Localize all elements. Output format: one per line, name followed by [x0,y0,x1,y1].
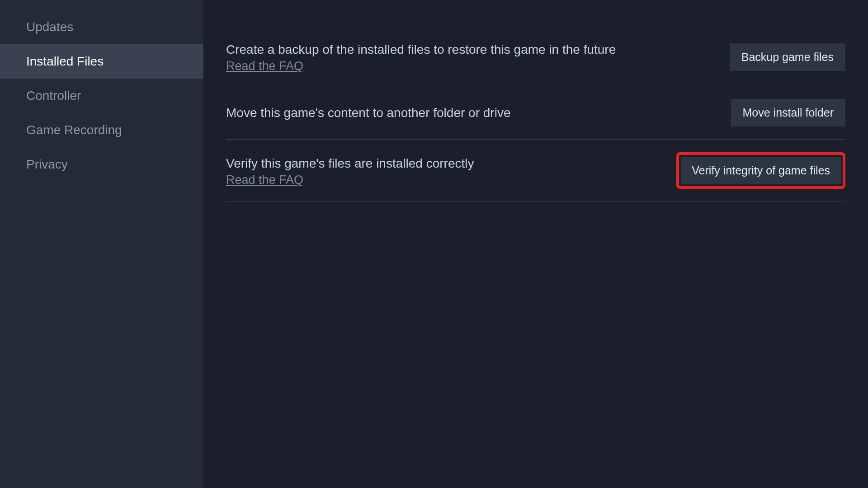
setting-row-move: Move this game's content to another fold… [226,86,845,140]
backup-game-files-button[interactable]: Backup game files [730,43,845,71]
sidebar-item-installed-files[interactable]: Installed Files [0,44,203,79]
setting-row-backup: Create a backup of the installed files t… [226,36,845,86]
verify-description: Verify this game's files are installed c… [226,155,658,172]
sidebar-item-controller[interactable]: Controller [0,79,203,113]
setting-row-verify: Verify this game's files are installed c… [226,140,845,202]
verify-integrity-button[interactable]: Verify integrity of game files [681,157,841,184]
backup-description: Create a backup of the installed files t… [226,41,712,58]
highlight-annotation: Verify integrity of game files [676,152,845,189]
settings-sidebar: Updates Installed Files Controller Game … [0,0,203,488]
move-install-folder-button[interactable]: Move install folder [731,99,845,127]
setting-text-block: Create a backup of the installed files t… [226,41,730,73]
sidebar-item-privacy[interactable]: Privacy [0,147,203,182]
setting-text-block: Move this game's content to another fold… [226,104,731,122]
backup-faq-link[interactable]: Read the FAQ [226,59,303,73]
move-description: Move this game's content to another fold… [226,104,713,122]
main-content: Create a backup of the installed files t… [203,0,868,488]
setting-text-block: Verify this game's files are installed c… [226,155,676,187]
verify-faq-link[interactable]: Read the FAQ [226,173,303,187]
sidebar-item-updates[interactable]: Updates [0,10,203,44]
sidebar-item-game-recording[interactable]: Game Recording [0,113,203,147]
